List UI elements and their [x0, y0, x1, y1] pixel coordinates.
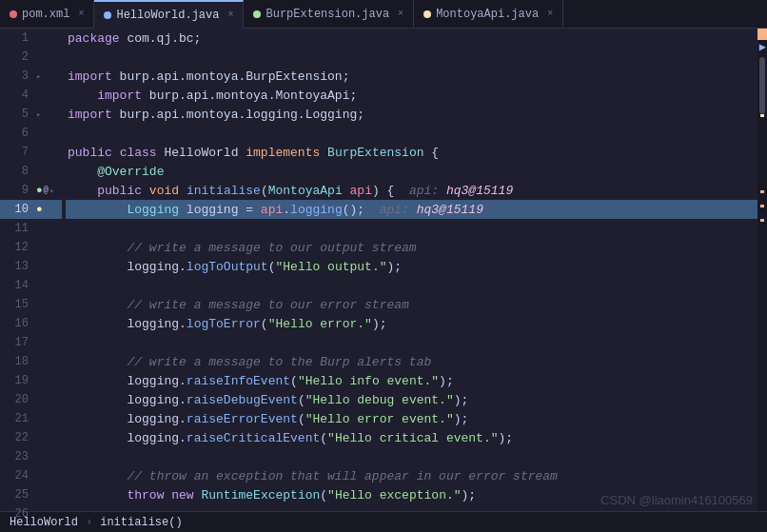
plain-10c: (); [343, 203, 380, 217]
gutter-row-19: 19 [0, 371, 62, 390]
indent-20 [68, 393, 127, 407]
tab-dot-hello [104, 11, 111, 19]
plain-5: burp.api.montoya.logging.Logging; [112, 108, 364, 122]
plain-9b [179, 184, 187, 198]
gutter-row-11: 11 [0, 219, 62, 238]
comment-18: // write a message to the Burp alerts ta… [127, 355, 431, 369]
type-burpext: BurpExtension [327, 146, 423, 160]
tab-dot-pom [10, 10, 17, 18]
tab-close-pom[interactable]: × [78, 9, 84, 19]
code-line-14 [66, 276, 757, 295]
code-line-1: package com.qj.bc; [66, 29, 757, 48]
plain-25a [164, 488, 171, 502]
line-num-9: 9 [0, 184, 36, 197]
tab-close-montoya[interactable]: × [547, 9, 553, 19]
plain-7a [112, 146, 120, 160]
code-line-16: logging.logToError("Hello error."); [66, 314, 757, 333]
code-line-22: logging.raiseCriticalEvent("Hello critic… [66, 428, 757, 447]
code-editor[interactable]: package com.qj.bc; import burp.api.monto… [62, 29, 757, 511]
plain-25c: ( [320, 488, 327, 502]
gutter-row-10: 10 ● [0, 200, 62, 219]
fn-raisedebugevent: raiseDebugEvent [187, 393, 298, 407]
plain-10b: . [283, 203, 290, 217]
line-num-26: 26 [0, 507, 36, 521]
indent-24 [68, 469, 127, 483]
editor-container: 1 2 3 ▸ 4 5 ▸ 6 [0, 29, 767, 511]
plain-16a: ( [261, 317, 268, 331]
code-line-20: logging.raiseDebugEvent("Hello debug eve… [66, 390, 757, 409]
tab-pom[interactable]: pom.xml × [0, 0, 94, 29]
code-line-8: @Override [66, 162, 757, 181]
tab-label-montoya: MontoyaApi.java [436, 8, 539, 21]
plain-9e: ) { [372, 184, 409, 198]
tab-burp[interactable]: BurpExtension.java × [244, 0, 414, 29]
gutter-row-16: 16 [0, 314, 62, 333]
kw-class-7: class [120, 146, 157, 160]
kw-package: package [68, 31, 120, 46]
plain-21a: ( [298, 412, 305, 426]
gutter-row-1: 1 [0, 29, 62, 48]
marker-yellow-1 [760, 114, 764, 117]
plain-22b: ); [499, 431, 514, 445]
gutter-row-20: 20 [0, 390, 62, 409]
code-line-18: // write a message to the Burp alerts ta… [66, 352, 757, 371]
comment-15: // write a message to our error stream [127, 298, 408, 312]
tab-dot-montoya [423, 10, 431, 18]
str-info: "Hello info event." [298, 374, 439, 388]
gutter-row-6: 6 [0, 124, 62, 143]
gutter-row-24: 24 [0, 466, 62, 485]
line-num-7: 7 [0, 146, 36, 159]
line-num-10: 10 [0, 203, 36, 216]
kw-import-3: import [68, 69, 112, 84]
gutter-row-7: 7 [0, 143, 62, 162]
kw-import-4: import [97, 89, 142, 103]
code-line-13: logging.logToOutput("Hello output."); [66, 257, 757, 276]
line-num-22: 22 [0, 431, 36, 444]
type-logging: Logging [127, 203, 179, 217]
var-logging-22: logging. [127, 431, 186, 445]
plain-9d [343, 184, 350, 198]
line-num-24: 24 [0, 469, 36, 483]
line-num-1: 1 [0, 31, 36, 45]
tab-label-burp: BurpExtension.java [266, 8, 389, 21]
at-icon-9: @ [44, 186, 49, 195]
indent-16 [68, 317, 127, 331]
plain-7b: HelloWorld [157, 146, 246, 160]
tab-dot-burp [253, 10, 261, 18]
vertical-scrollbar[interactable]: ▶ [757, 29, 767, 511]
plain-16b: ); [372, 317, 387, 331]
indent-8 [68, 165, 97, 179]
hint-api-val-9: hq3@15119 [446, 184, 513, 198]
indent-18 [68, 355, 127, 369]
line-num-13: 13 [0, 260, 36, 273]
tab-label-pom: pom.xml [22, 8, 69, 21]
plain-7d: { [424, 146, 440, 160]
code-line-4: import burp.api.montoya.MontoyaApi; [66, 86, 757, 105]
line-icons-5: ▸ [36, 109, 62, 120]
plain-19a: ( [290, 374, 298, 388]
fold-icon-5[interactable]: ▸ [36, 109, 41, 120]
tab-close-burp[interactable]: × [398, 9, 403, 19]
fn-initialise: initialise [187, 184, 261, 198]
code-line-15: // write a message to our error stream [66, 295, 757, 314]
comment-12: // write a message to our output stream [127, 241, 416, 255]
run-icon-9[interactable]: ● [36, 185, 43, 196]
line-num-11: 11 [0, 222, 36, 235]
scroll-thumb[interactable] [759, 57, 765, 114]
gutter-row-17: 17 [0, 333, 62, 352]
fn-raiseinfoevent: raiseInfoEvent [187, 374, 290, 388]
tab-hello[interactable]: HelloWorld.java × [94, 0, 244, 29]
tab-montoya[interactable]: MontoyaApi.java × [414, 0, 563, 29]
fold-icon-9[interactable]: ▸ [49, 186, 54, 196]
gutter-row-2: 2 [0, 48, 62, 67]
plain-4b: burp.api.montoya.MontoyaApi; [142, 89, 357, 103]
code-line-3: import burp.api.montoya.BurpExtension; [66, 67, 757, 86]
tab-close-hello[interactable]: × [227, 10, 233, 20]
type-runtimeexception: RuntimeException [201, 488, 320, 502]
kw-new: new [171, 488, 193, 502]
gutter-row-26: 26 [0, 504, 62, 523]
kw-throw: throw [127, 488, 164, 502]
fold-icon-3[interactable]: ▸ [36, 71, 41, 82]
line-num-2: 2 [0, 50, 36, 64]
fn-raiseerrorevent: raiseErrorEvent [187, 412, 298, 426]
